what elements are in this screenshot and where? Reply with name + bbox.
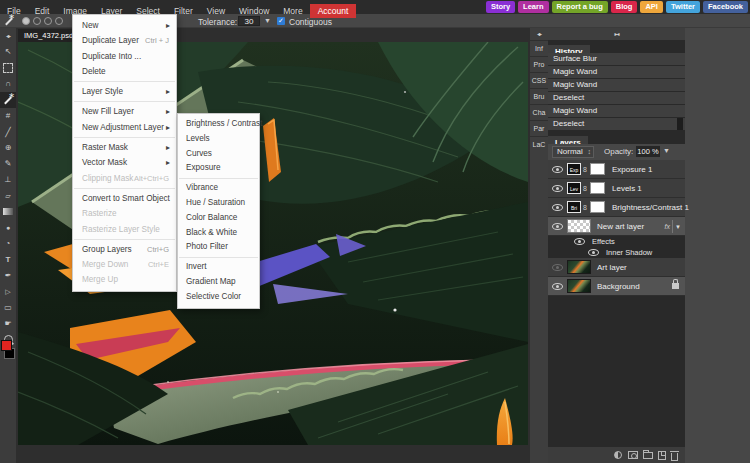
submenu-item-invert[interactable]: Invert [178, 260, 259, 275]
story-button[interactable]: Story [486, 1, 515, 13]
tool-gradient[interactable] [0, 204, 16, 220]
twitter-button[interactable]: Twitter [666, 1, 700, 13]
submenu-item-hue-saturation[interactable]: Hue / Saturation [178, 196, 259, 211]
submenu-item-selective-color[interactable]: Selective Color [178, 290, 259, 305]
visibility-eye-icon[interactable] [552, 223, 563, 230]
panel-tab-paragraph[interactable]: Par [530, 120, 548, 136]
visibility-eye-icon[interactable] [552, 166, 563, 173]
menu-item-new-fill-layer[interactable]: New Fill Layer [73, 104, 176, 119]
panel-tab-info[interactable]: Inf [530, 40, 548, 56]
contiguous-checkbox[interactable] [277, 17, 285, 25]
opacity-input[interactable]: 100 % [636, 146, 660, 157]
api-button[interactable]: API [640, 1, 663, 13]
menu-item-new-adjustment-layer[interactable]: New Adjustment Layer [73, 120, 176, 135]
submenu-item-exposure[interactable]: Exposure [178, 161, 259, 176]
visibility-eye-icon[interactable] [552, 185, 563, 192]
submenu-item-curves[interactable]: Curves [178, 147, 259, 162]
foreground-color-swatch[interactable] [1, 340, 12, 351]
adjustment-thumbnail[interactable]: Lev [567, 182, 581, 194]
menu-edit[interactable]: Edit [28, 4, 57, 18]
mask-thumbnail[interactable] [590, 163, 605, 175]
tool-rectangle-select[interactable] [0, 60, 16, 76]
menu-window[interactable]: Window [232, 4, 276, 18]
effect-row-inner-shadow[interactable]: Inner Shadow [548, 247, 685, 258]
layer-effects-indicator[interactable]: fx▼ [665, 219, 681, 234]
facebook-button[interactable]: Facebook [703, 1, 748, 13]
menu-item-group-layers[interactable]: Group LayersCtrl+G [73, 242, 176, 257]
delete-layer-icon[interactable] [671, 453, 678, 461]
layer-row-levels[interactable]: Lev 8 Levels 1 [548, 179, 685, 198]
history-step[interactable]: Surface Blur [548, 53, 685, 65]
toolbar-collapse-icon[interactable] [0, 28, 16, 44]
panel-tab-channels[interactable]: Cha [530, 104, 548, 120]
submenu-item-vibrance[interactable]: Vibrance [178, 181, 259, 196]
history-scrollbar[interactable] [677, 118, 683, 130]
layer-row-brightness-contrast[interactable]: Bri 8 Brightness/Contrast 1 [548, 198, 685, 217]
submenu-item-brightness-contrast[interactable]: Brightness / Contrast [178, 117, 259, 132]
panel-tab-layer-comps[interactable]: LaC [530, 136, 548, 152]
tolerance-dropdown-icon[interactable]: ▼ [264, 17, 271, 24]
color-swatches[interactable] [1, 340, 15, 360]
tool-eyedropper[interactable] [0, 124, 16, 140]
account-button[interactable]: Account [310, 4, 357, 18]
tool-direct-select[interactable] [0, 284, 16, 300]
layer-thumbnail[interactable] [567, 279, 591, 293]
menu-file[interactable]: File [0, 4, 28, 18]
new-layer-icon[interactable] [658, 451, 666, 460]
layer-row-art-layer[interactable]: Art layer [548, 258, 685, 277]
menu-item-duplicate-into[interactable]: Duplicate Into ... [73, 49, 176, 64]
submenu-item-gradient-map[interactable]: Gradient Map [178, 275, 259, 290]
transparent-thumbnail[interactable] [567, 219, 591, 233]
panel-tab-properties[interactable]: Pro [530, 56, 548, 72]
history-step[interactable]: Magic Wand [548, 79, 685, 91]
history-step[interactable]: Deselect [548, 118, 685, 130]
tool-magic-wand[interactable] [0, 92, 16, 108]
submenu-item-color-balance[interactable]: Color Balance [178, 211, 259, 226]
mode-add-selection[interactable] [33, 17, 41, 25]
submenu-item-black-white[interactable]: Black & White [178, 226, 259, 241]
adjustment-thumbnail[interactable]: Bri [567, 201, 581, 213]
tool-dodge[interactable] [0, 236, 16, 252]
blend-mode-select[interactable]: Normal [552, 146, 594, 158]
new-adjustment-layer-icon[interactable] [614, 451, 622, 459]
menu-item-convert-to-smart-object[interactable]: Convert to Smart Object [73, 191, 176, 206]
mode-intersect-selection[interactable] [55, 17, 63, 25]
add-mask-icon[interactable] [628, 451, 638, 459]
collapse-effects-icon[interactable]: ▼ [675, 224, 681, 230]
visibility-eye-icon[interactable] [552, 264, 563, 271]
blog-button[interactable]: Blog [611, 1, 638, 13]
tool-crop[interactable] [0, 108, 16, 124]
menu-item-delete[interactable]: Delete [73, 64, 176, 79]
history-step[interactable]: Magic Wand [548, 66, 685, 78]
menu-item-new[interactable]: New [73, 18, 176, 33]
mode-subtract-selection[interactable] [44, 17, 52, 25]
panel-tab-brush[interactable]: Bru [530, 88, 548, 104]
effects-group-row[interactable]: Effects [548, 236, 685, 247]
menu-item-layer-style[interactable]: Layer Style [73, 84, 176, 99]
menu-item-rasterize[interactable]: Rasterize [73, 206, 176, 221]
learn-button[interactable]: Learn [518, 1, 548, 13]
menu-view[interactable]: View [200, 4, 232, 18]
history-step[interactable]: Magic Wand [548, 105, 685, 117]
mask-thumbnail[interactable] [590, 182, 605, 194]
adjustment-thumbnail[interactable]: Exp [567, 163, 581, 175]
mode-new-selection[interactable] [22, 17, 30, 25]
menu-item-vector-mask[interactable]: Vector Mask [73, 155, 176, 170]
tool-blur[interactable] [0, 220, 16, 236]
visibility-eye-icon[interactable] [574, 238, 585, 245]
layer-row-exposure[interactable]: Exp 8 Exposure 1 [548, 160, 685, 179]
layer-row-new-art-layer[interactable]: New art layer fx▼ [548, 217, 685, 236]
mask-thumbnail[interactable] [590, 201, 605, 213]
dock-expand-icon[interactable]: ◂▸ [530, 28, 548, 40]
menu-more[interactable]: More [276, 4, 309, 18]
tool-eraser[interactable] [0, 188, 16, 204]
tool-type[interactable] [0, 252, 16, 268]
panel-tab-css[interactable]: CSS [530, 72, 548, 88]
tool-brush[interactable] [0, 156, 16, 172]
new-group-icon[interactable] [643, 452, 653, 459]
menu-item-raster-mask[interactable]: Raster Mask [73, 140, 176, 155]
menu-item-rasterize-layer-style[interactable]: Rasterize Layer Style [73, 222, 176, 237]
menu-item-duplicate-layer[interactable]: Duplicate LayerCtrl + J [73, 33, 176, 48]
visibility-eye-icon[interactable] [552, 283, 563, 290]
tool-move[interactable] [0, 44, 16, 60]
